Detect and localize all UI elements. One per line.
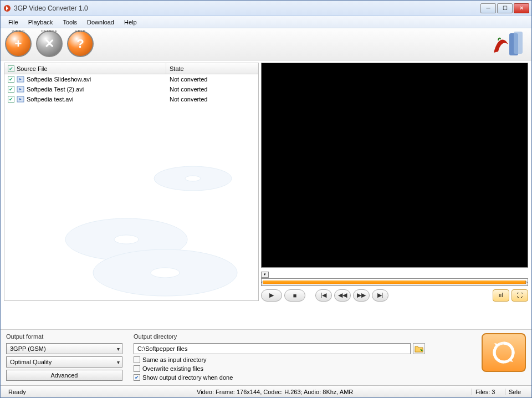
- svg-rect-2: [514, 32, 523, 54]
- main-area: ✔ Source File State ✔ Softpedia Slidesho…: [1, 60, 531, 325]
- video-preview[interactable]: [261, 63, 528, 268]
- close-button[interactable]: ✕: [514, 3, 529, 13]
- file-state: Not converted: [166, 76, 211, 83]
- file-table: ✔ Source File State ✔ Softpedia Slidesho…: [4, 63, 259, 301]
- table-row[interactable]: ✔ Softpedia test.avi Not converted: [4, 94, 258, 104]
- menu-playback[interactable]: Playback: [24, 18, 58, 27]
- overwrite-row[interactable]: Overwrite existing files: [134, 365, 470, 372]
- seek-dropdown-button[interactable]: ▾: [261, 272, 269, 278]
- table-row[interactable]: ✔ Softpedia Slideshow.avi Not converted: [4, 74, 258, 84]
- help-button[interactable]: HELP ?: [67, 30, 95, 58]
- volume-button[interactable]: ııI: [493, 289, 509, 302]
- menu-download[interactable]: Download: [83, 18, 119, 27]
- app-logo-icon: [493, 30, 526, 58]
- same-as-input-row[interactable]: Same as input directory: [134, 356, 470, 363]
- status-selected: Sele: [505, 389, 527, 395]
- select-all-checkbox[interactable]: ✔: [8, 65, 14, 72]
- col-source[interactable]: Source File: [17, 65, 48, 72]
- quality-select[interactable]: Optimal Quality: [6, 356, 122, 368]
- status-files: Files: 3: [472, 389, 505, 395]
- table-body: ✔ Softpedia Slideshow.avi Not converted …: [4, 74, 258, 104]
- file-name: Softpedia Test (2).avi: [27, 86, 84, 93]
- statusbar: Ready Video: Frame: 176x144, Codec: H.26…: [1, 385, 531, 397]
- add-video-button[interactable]: VIDEO +: [5, 30, 33, 58]
- format-select[interactable]: 3GPP (GSM): [6, 343, 122, 354]
- stop-button[interactable]: ■: [284, 289, 305, 302]
- output-dir-group: Output directory Same as input directory…: [134, 333, 470, 381]
- minimize-button[interactable]: ─: [480, 3, 496, 13]
- menu-file[interactable]: File: [4, 18, 23, 27]
- video-file-icon: [17, 75, 24, 83]
- output-format-group: Output format 3GPP (GSM) Optimal Quality…: [6, 333, 122, 381]
- folder-icon: [415, 345, 423, 353]
- status-ready: Ready: [5, 389, 193, 395]
- preview-pane: ▾ ◃ ▹ ▶ ■ |◀ ◀◀ ▶▶ ▶| ııI ⛶: [261, 63, 528, 325]
- convert-button[interactable]: [482, 333, 526, 372]
- disc-decoration-icon: [4, 156, 259, 300]
- prev-button[interactable]: |◀: [315, 289, 332, 302]
- output-dir-label: Output directory: [134, 333, 470, 340]
- svg-point-6: [154, 166, 232, 191]
- forward-button[interactable]: ▶▶: [353, 289, 370, 302]
- svg-point-10: [93, 249, 237, 296]
- row-checkbox[interactable]: ✔: [8, 76, 14, 83]
- file-list-pane: ✔ Source File State ✔ Softpedia Slidesho…: [4, 63, 259, 325]
- play-button[interactable]: ▶: [261, 289, 282, 302]
- advanced-button[interactable]: Advanced: [6, 370, 122, 381]
- seek-area: ▾ ◃ ▹: [261, 270, 528, 286]
- maximize-button[interactable]: ☐: [497, 3, 513, 13]
- svg-point-8: [65, 218, 187, 261]
- file-state: Not converted: [166, 96, 211, 103]
- video-file-icon: [17, 95, 24, 103]
- video-file-icon: [17, 85, 24, 93]
- svg-point-7: [185, 176, 201, 181]
- browse-folder-button[interactable]: [413, 343, 425, 354]
- output-dir-input[interactable]: [134, 343, 411, 354]
- same-as-input-checkbox[interactable]: [134, 356, 140, 363]
- seek-end-icon: ▹: [524, 279, 529, 285]
- col-state[interactable]: State: [166, 63, 258, 74]
- menubar: File Playback Tools Download Help: [1, 16, 531, 28]
- seek-slider[interactable]: ◃ ▹: [261, 278, 528, 286]
- window-title: 3GP Video Converter 1.0: [14, 4, 480, 12]
- show-output-row[interactable]: ✔ Show output directory when done: [134, 374, 470, 381]
- show-output-checkbox[interactable]: ✔: [134, 374, 140, 381]
- player-controls: ▶ ■ |◀ ◀◀ ▶▶ ▶| ııI ⛶: [261, 289, 528, 302]
- row-checkbox[interactable]: ✔: [8, 96, 14, 103]
- status-video-info: Video: Frame: 176x144, Codec: H.263; Aud…: [193, 389, 472, 395]
- delete-button[interactable]: DELETE ✕: [36, 30, 64, 58]
- row-checkbox[interactable]: ✔: [8, 86, 14, 93]
- app-icon: [3, 4, 12, 13]
- toolbar: VIDEO + DELETE ✕ HELP ?: [1, 28, 531, 60]
- next-button[interactable]: ▶|: [372, 289, 388, 302]
- svg-point-11: [151, 268, 180, 278]
- file-state: Not converted: [166, 86, 211, 93]
- file-name: Softpedia test.avi: [27, 96, 73, 103]
- app-window: 3GP Video Converter 1.0 ─ ☐ ✕ File Playb…: [0, 0, 532, 398]
- titlebar[interactable]: 3GP Video Converter 1.0 ─ ☐ ✕: [1, 1, 531, 16]
- menu-help[interactable]: Help: [120, 18, 141, 27]
- output-format-label: Output format: [6, 333, 122, 340]
- rewind-button[interactable]: ◀◀: [334, 289, 351, 302]
- svg-point-9: [114, 235, 139, 244]
- overwrite-checkbox[interactable]: [134, 365, 140, 372]
- menu-tools[interactable]: Tools: [58, 18, 81, 27]
- convert-icon: [490, 339, 518, 366]
- table-row[interactable]: ✔ Softpedia Test (2).avi Not converted: [4, 84, 258, 94]
- file-name: Softpedia Slideshow.avi: [27, 76, 91, 83]
- bottom-panel: Output format 3GPP (GSM) Optimal Quality…: [1, 329, 531, 385]
- fullscreen-button[interactable]: ⛶: [511, 289, 528, 302]
